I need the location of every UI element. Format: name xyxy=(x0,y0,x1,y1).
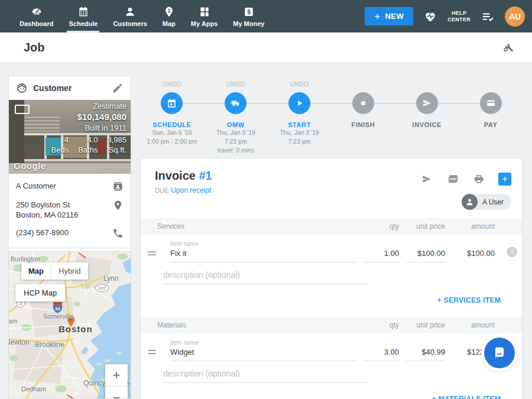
customer-phone: (234) 567-8900 xyxy=(16,228,69,238)
material-item-name-input[interactable] xyxy=(170,348,356,361)
chat-bubble-icon xyxy=(491,345,508,361)
google-watermark: Google xyxy=(14,161,46,171)
built-year: Built in 1911 xyxy=(51,124,126,132)
services-title: Services xyxy=(141,222,356,231)
truck-icon xyxy=(230,98,241,109)
print-icon[interactable] xyxy=(472,173,485,185)
nav-item-customers[interactable]: Customers xyxy=(105,0,154,33)
service-qty-input[interactable] xyxy=(364,249,399,262)
customer-address-row: 250 Boylston St Boston, MA 02116 xyxy=(16,200,124,220)
drag-handle-icon[interactable] xyxy=(141,251,163,262)
pdf-icon[interactable]: PDF xyxy=(446,173,459,185)
customer-name-row: A Customer xyxy=(16,181,124,192)
step-label: START xyxy=(288,121,311,128)
apps-grid-icon xyxy=(198,6,211,18)
due-terms-link[interactable]: Upon receipt xyxy=(171,186,211,194)
material-line-item: Item name $122.97 xyxy=(141,339,522,361)
nav-item-my-apps[interactable]: My Apps xyxy=(183,0,225,33)
schedule-step-button[interactable] xyxy=(161,92,183,114)
zoom-in-button[interactable]: + xyxy=(105,364,128,387)
map-widget[interactable]: 93 Burlington Lynn 107 2 Somerville ham … xyxy=(8,251,131,399)
stat-sqft: 3,985Sq.ft. xyxy=(107,135,126,155)
service-amount: $100.00 xyxy=(452,249,499,262)
map-label-somerville: Somerville xyxy=(43,313,73,320)
phone-icon[interactable] xyxy=(112,228,124,239)
customer-name: A Customer xyxy=(16,181,56,191)
send-invoice-icon[interactable] xyxy=(420,173,433,185)
property-photo[interactable]: Zestimate $10,149,080 Built in 1911 4Bed… xyxy=(9,100,131,174)
customer-card-title: Customer xyxy=(33,83,106,93)
nav-items: Dashboard Schedule Customers Map My Apps… xyxy=(0,0,272,33)
unit-price-column-header: unit price xyxy=(406,222,445,231)
service-line-item: Item name $100.00 × xyxy=(141,241,522,262)
service-item-name-input[interactable] xyxy=(170,249,356,262)
nav-item-schedule[interactable]: Schedule xyxy=(61,0,105,33)
send-icon xyxy=(421,98,433,109)
zestimate-overlay: Zestimate $10,149,080 Built in 1911 4Bed… xyxy=(51,102,126,155)
invoice-step-button[interactable] xyxy=(416,92,438,114)
street-view-icon[interactable] xyxy=(15,105,30,114)
customer-card-header: Customer xyxy=(9,76,131,100)
zoom-out-button[interactable]: − xyxy=(105,387,128,399)
undo-omw-link[interactable]: UNDO xyxy=(226,81,245,89)
invoice-title: Invoice #1 xyxy=(155,169,212,183)
i93-shield: 93 xyxy=(53,302,63,313)
map-type-buttons: Map Hybrid xyxy=(21,262,88,280)
map-type-hybrid-button[interactable]: Hybrid xyxy=(51,262,88,280)
location-pin-icon[interactable] xyxy=(112,200,124,211)
start-step-button[interactable] xyxy=(288,92,310,114)
customers-icon xyxy=(124,6,137,18)
timeline-step-finish: FINISH xyxy=(331,81,395,155)
job-tools-button[interactable] xyxy=(501,40,514,56)
service-description-row xyxy=(163,270,367,284)
stop-icon xyxy=(358,98,369,109)
assignee-pill[interactable]: A User xyxy=(462,194,511,210)
zestimate-label: Zestimate xyxy=(51,102,126,111)
add-materials-item-link[interactable]: + MATERIALS ITEM xyxy=(432,395,501,399)
help-center-link[interactable]: HELP CENTER xyxy=(447,10,471,23)
map-label-burlington: Burlington xyxy=(11,255,40,262)
drag-handle-icon[interactable] xyxy=(141,350,163,361)
contact-card-icon[interactable] xyxy=(112,181,124,192)
nav-item-my-money[interactable]: $ My Money xyxy=(225,0,272,33)
chat-help-button[interactable] xyxy=(484,338,515,368)
svg-text:93: 93 xyxy=(55,306,60,312)
nav-label: Schedule xyxy=(69,20,98,27)
item-name-label: Item name xyxy=(170,339,356,346)
map-type-map-button[interactable]: Map xyxy=(21,262,51,280)
remove-item-button[interactable]: × xyxy=(507,246,517,257)
calendar-icon xyxy=(166,98,177,109)
hcp-map-button[interactable]: HCP Map xyxy=(15,284,65,301)
help-center-line1: HELP xyxy=(447,10,471,17)
heart-pulse-icon[interactable] xyxy=(423,10,437,23)
user-avatar[interactable]: AU xyxy=(505,7,525,27)
task-list-icon[interactable] xyxy=(481,10,495,23)
new-button[interactable]: + NEW xyxy=(365,7,413,25)
timeline-step-pay: PAY xyxy=(459,81,523,155)
undo-schedule-link[interactable]: UNDO xyxy=(163,81,181,89)
pay-step-button[interactable] xyxy=(480,92,502,114)
material-description-input[interactable] xyxy=(163,369,367,383)
step-label: OMW xyxy=(227,121,245,128)
nav-label: My Apps xyxy=(191,20,218,27)
svg-text:PDF: PDF xyxy=(450,177,458,181)
map-label-lynn: Lynn xyxy=(103,274,119,283)
nav-item-map[interactable]: Map xyxy=(155,0,183,33)
step-detail: Sun, Jan 6 '191:00 pm - 2:00 pm xyxy=(147,128,197,146)
nav-item-dashboard[interactable]: Dashboard xyxy=(12,0,61,33)
map-zoom-control: + − xyxy=(105,364,128,399)
person-icon xyxy=(465,197,474,206)
material-description-row xyxy=(163,369,367,383)
service-unit-price-input[interactable] xyxy=(406,249,445,262)
undo-start-link[interactable]: UNDO xyxy=(290,81,309,89)
material-qty-input[interactable] xyxy=(364,348,399,361)
finish-step-button[interactable] xyxy=(352,92,374,114)
edit-pencil-icon[interactable] xyxy=(112,82,124,94)
omw-step-button[interactable] xyxy=(225,92,246,114)
assignee-name: A User xyxy=(482,198,504,206)
add-invoice-button[interactable]: + xyxy=(498,173,511,186)
service-description-input[interactable] xyxy=(163,270,367,284)
customer-address: 250 Boylston St Boston, MA 02116 xyxy=(16,200,78,220)
add-services-item-link[interactable]: + SERVICES ITEM xyxy=(437,296,501,304)
material-unit-price-input[interactable] xyxy=(406,348,445,361)
